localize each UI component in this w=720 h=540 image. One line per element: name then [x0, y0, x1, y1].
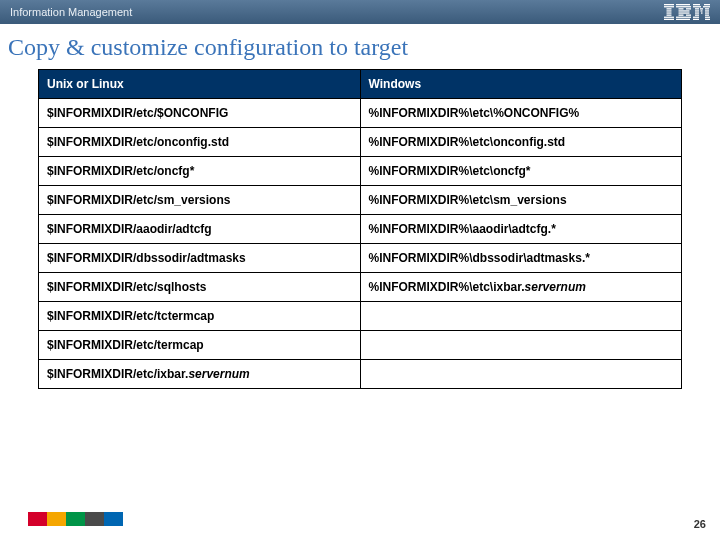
col-unix-header: Unix or Linux: [39, 70, 361, 99]
config-table-wrap: Unix or Linux Windows $INFORMIXDIR/etc/$…: [38, 69, 682, 389]
stripe: [85, 512, 104, 526]
svg-rect-5: [667, 15, 672, 16]
svg-rect-23: [700, 8, 703, 9]
svg-rect-8: [676, 4, 690, 5]
svg-rect-30: [705, 12, 709, 13]
svg-rect-13: [679, 12, 690, 13]
svg-rect-19: [704, 4, 710, 5]
win-italic: servernum: [525, 280, 586, 294]
table-row: $INFORMIXDIR/etc/sqlhosts %INFORMIXDIR%\…: [39, 273, 682, 302]
unix-cell: $INFORMIXDIR/etc/sqlhosts: [39, 273, 361, 302]
table-row: $INFORMIXDIR/aaodir/adtcfg%INFORMIXDIR%\…: [39, 215, 682, 244]
page-title: Copy & customize configuration to target: [0, 24, 720, 69]
svg-rect-18: [693, 4, 700, 5]
unix-cell: $INFORMIXDIR/etc/$ONCONFIG: [39, 99, 361, 128]
svg-rect-28: [695, 12, 699, 13]
unix-cell: $INFORMIXDIR/aaodir/adtcfg: [39, 215, 361, 244]
stripe: [28, 512, 47, 526]
table-row: $INFORMIXDIR/etc/$ONCONFIG%INFORMIXDIR%\…: [39, 99, 682, 128]
svg-rect-35: [693, 19, 699, 20]
unix-italic: servernum: [188, 367, 249, 381]
win-cell: %INFORMIXDIR%\etc\%ONCONFIG%: [360, 99, 682, 128]
config-table: Unix or Linux Windows $INFORMIXDIR/etc/$…: [38, 69, 682, 389]
table-row: $INFORMIXDIR/etc/onconfig.std%INFORMIXDI…: [39, 128, 682, 157]
header-bar: Information Management: [0, 0, 720, 24]
svg-rect-2: [667, 8, 672, 9]
svg-rect-16: [676, 17, 691, 18]
stripe: [104, 512, 123, 526]
win-cell: [360, 331, 682, 360]
stripe: [66, 512, 85, 526]
stripe: [47, 512, 66, 526]
win-cell: %INFORMIXDIR%\dbssodir\adtmasks.*: [360, 244, 682, 273]
svg-rect-20: [693, 6, 701, 7]
win-cell: %INFORMIXDIR%\etc\onconfig.std: [360, 128, 682, 157]
svg-rect-17: [676, 19, 690, 20]
svg-rect-7: [664, 19, 674, 20]
svg-rect-6: [664, 17, 674, 18]
unix-cell: $INFORMIXDIR/etc/onconfig.std: [39, 128, 361, 157]
unix-cell: $INFORMIXDIR/etc/tctermcap: [39, 302, 361, 331]
svg-rect-31: [695, 15, 699, 16]
win-cell: %INFORMIXDIR%\etc\oncfg*: [360, 157, 682, 186]
svg-rect-33: [693, 17, 699, 18]
unix-cell: $INFORMIXDIR/dbssodir/adtmasks: [39, 244, 361, 273]
win-cell: %INFORMIXDIR%\aaodir\adtcfg.*: [360, 215, 682, 244]
unix-prefix: $INFORMIXDIR/etc/ixbar.: [47, 367, 188, 381]
page-number: 26: [694, 518, 706, 530]
col-windows-header: Windows: [360, 70, 682, 99]
svg-rect-36: [705, 19, 710, 20]
svg-rect-9: [676, 6, 691, 7]
svg-rect-29: [701, 12, 703, 13]
win-cell: %INFORMIXDIR%\etc\sm_versions: [360, 186, 682, 215]
win-prefix: %INFORMIXDIR%\etc\ixbar.: [369, 280, 525, 294]
unix-cell: $INFORMIXDIR/etc/ixbar.servernum: [39, 360, 361, 389]
svg-rect-25: [695, 10, 699, 11]
svg-rect-12: [679, 10, 690, 11]
svg-rect-11: [686, 8, 691, 9]
table-row: $INFORMIXDIR/dbssodir/adtmasks%INFORMIXD…: [39, 244, 682, 273]
table-row: $INFORMIXDIR/etc/oncfg*%INFORMIXDIR%\etc…: [39, 157, 682, 186]
svg-rect-22: [695, 8, 699, 9]
svg-rect-32: [705, 15, 709, 16]
table-row: $INFORMIXDIR/etc/sm_versions%INFORMIXDIR…: [39, 186, 682, 215]
svg-rect-4: [667, 12, 672, 13]
unix-cell: $INFORMIXDIR/etc/oncfg*: [39, 157, 361, 186]
unix-cell: $INFORMIXDIR/etc/termcap: [39, 331, 361, 360]
win-cell: [360, 360, 682, 389]
table-row: $INFORMIXDIR/etc/ixbar.servernum: [39, 360, 682, 389]
svg-rect-27: [705, 10, 709, 11]
unix-cell: $INFORMIXDIR/etc/sm_versions: [39, 186, 361, 215]
svg-rect-0: [664, 4, 674, 5]
footer-color-stripes: [28, 512, 123, 526]
svg-rect-21: [703, 6, 710, 7]
table-row: $INFORMIXDIR/etc/tctermcap: [39, 302, 682, 331]
breadcrumb: Information Management: [10, 6, 132, 18]
svg-rect-1: [664, 6, 674, 7]
svg-rect-24: [705, 8, 709, 9]
win-cell: [360, 302, 682, 331]
win-cell: %INFORMIXDIR%\etc\ixbar.servernum: [360, 273, 682, 302]
svg-rect-26: [701, 10, 703, 11]
svg-rect-10: [679, 8, 684, 9]
ibm-logo: [664, 4, 710, 20]
svg-rect-15: [686, 15, 691, 16]
table-row: $INFORMIXDIR/etc/termcap: [39, 331, 682, 360]
svg-rect-3: [667, 10, 672, 11]
svg-rect-14: [679, 15, 684, 16]
svg-rect-34: [705, 17, 710, 18]
